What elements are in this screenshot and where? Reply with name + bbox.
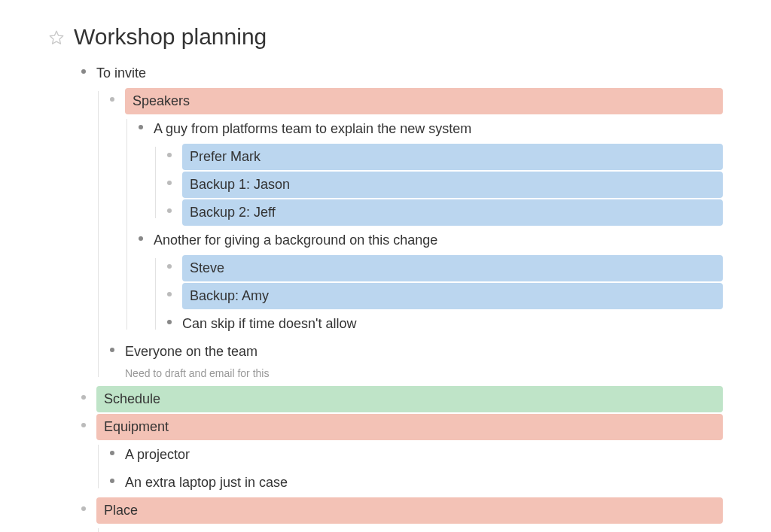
bullet-icon [139,125,143,129]
outline-item[interactable]: Prefer the largest meeting room [104,525,723,532]
title-row: Workshop planning [48,24,723,50]
outline-item[interactable]: Everyone on the team Need to draft and e… [104,339,723,385]
bullet-icon [167,181,172,185]
children-list: A guy from platforms team to explain the… [125,116,723,337]
outline-item[interactable]: Steve [161,255,723,281]
item-text[interactable]: Backup 1: Jason [182,172,723,198]
outline-item[interactable]: Speakers A guy from platforms team to ex… [104,88,723,337]
item-text[interactable]: A guy from platforms team to explain the… [154,116,723,142]
item-text[interactable]: Place [96,497,723,524]
item-text[interactable]: Prefer the largest meeting room [125,525,723,532]
outline-item[interactable]: To invite Speakers A guy from platforms … [75,60,723,385]
bullet-icon [81,506,86,511]
children-list: Steve Backup: Amy Can skip if time doesn… [154,255,723,337]
item-text[interactable]: Backup 2: Jeff [182,199,723,226]
item-text[interactable]: Everyone on the team [125,339,723,365]
item-text[interactable]: Steve [182,255,723,281]
outline-item[interactable]: A guy from platforms team to explain the… [133,116,723,226]
children-list: Prefer the largest meeting room [96,525,723,532]
outline-item[interactable]: Place Prefer the largest meeting room [75,497,723,532]
bullet-icon [167,320,172,324]
children-list: A projector An extra laptop just in case [96,442,723,496]
item-note[interactable]: Need to draft and email for this [125,366,723,385]
page-title[interactable]: Workshop planning [74,24,267,50]
item-text[interactable]: Can skip if time doesn't allow [182,311,723,337]
outline-item[interactable]: Backup 1: Jason [161,172,723,198]
bullet-icon [110,348,114,352]
bullet-icon [81,423,86,427]
bullet-icon [167,208,172,213]
item-text[interactable]: Backup: Amy [182,283,723,309]
outline-item[interactable]: An extra laptop just in case [104,470,723,496]
item-text[interactable]: Speakers [125,88,723,114]
bullet-icon [139,236,143,241]
bullet-icon [81,69,86,74]
outline-item[interactable]: Backup: Amy [161,283,723,309]
outline-item[interactable]: Can skip if time doesn't allow [161,311,723,337]
item-text[interactable]: Equipment [96,414,723,440]
outline-item[interactable]: Prefer Mark [161,144,723,170]
bullet-icon [167,153,172,157]
star-icon[interactable] [48,29,65,46]
bullet-icon [167,264,172,269]
item-text[interactable]: Another for giving a background on this … [154,227,723,254]
bullet-icon [81,395,86,400]
outline-item[interactable]: Equipment A projector An extra laptop ju… [75,414,723,496]
outline-item[interactable]: Another for giving a background on this … [133,227,723,337]
item-text[interactable]: To invite [96,60,723,87]
outline-item[interactable]: A projector [104,442,723,468]
item-text[interactable]: Prefer Mark [182,144,723,170]
item-text[interactable]: A projector [125,442,723,468]
item-text[interactable]: Schedule [96,386,723,412]
item-text[interactable]: An extra laptop just in case [125,470,723,496]
bullet-icon [110,479,114,483]
outline-root: To invite Speakers A guy from platforms … [48,60,723,532]
bullet-icon [110,451,114,455]
bullet-icon [167,292,172,296]
children-list: Prefer Mark Backup 1: Jason Backup 2: Je… [154,144,723,226]
outline-item[interactable]: Schedule [75,386,723,412]
children-list: Speakers A guy from platforms team to ex… [96,88,723,385]
outline-item[interactable]: Backup 2: Jeff [161,199,723,226]
bullet-icon [110,97,114,102]
